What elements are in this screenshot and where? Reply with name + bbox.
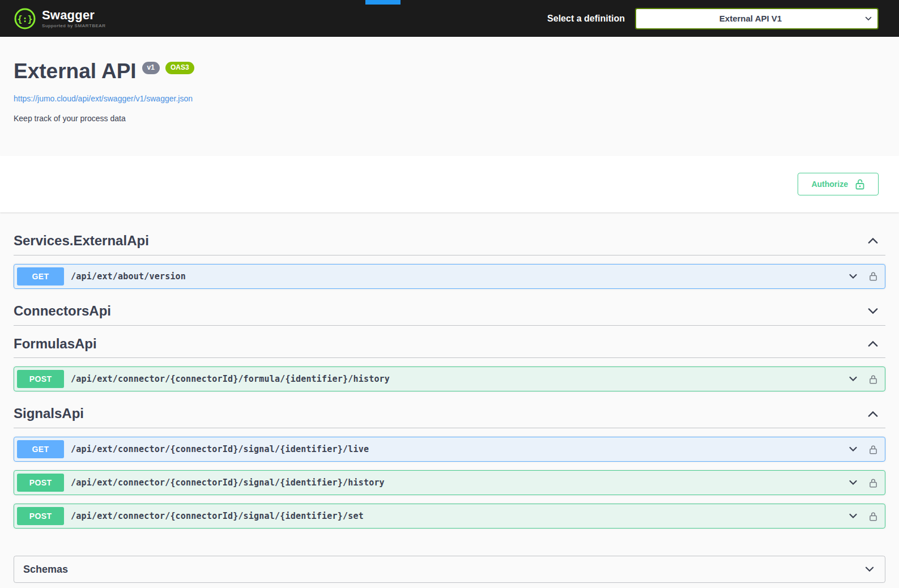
operation-summary[interactable]: POST /api/ext/connector/{connectorId}/fo… — [14, 367, 885, 391]
lock-icon — [869, 512, 877, 521]
operation-summary[interactable]: POST /api/ext/connector/{connectorId}/si… — [14, 471, 885, 495]
definition-selector: Select a definition External API V1 — [547, 8, 879, 29]
section-expand-button[interactable] — [866, 234, 880, 248]
operation-expand-button[interactable] — [847, 477, 859, 488]
lock-icon-button[interactable] — [869, 374, 877, 384]
section-header[interactable]: ConnectorsApi — [14, 297, 885, 326]
operation-summary[interactable]: GET /api/ext/about/version — [14, 265, 885, 288]
schemas-title: Schemas — [23, 564, 68, 576]
lock-icon — [869, 271, 877, 281]
api-section: FormulasApi POST /api/ext/connector/{con… — [14, 330, 885, 392]
operation-path: /api/ext/connector/{connectorId}/formula… — [64, 374, 847, 384]
operation-expand-button[interactable] — [847, 373, 859, 385]
section-expand-button[interactable] — [866, 337, 880, 351]
lock-icon — [869, 478, 877, 488]
method-badge: GET — [17, 267, 64, 286]
spec-url-link[interactable]: https://jumo.cloud/api/ext/swagger/v1/sw… — [14, 94, 193, 103]
lock-icon-button[interactable] — [869, 445, 877, 454]
method-badge: POST — [17, 474, 64, 492]
api-info: External API v1 OAS3 https://jumo.cloud/… — [0, 37, 899, 156]
operations-area: Services.ExternalApi GET /api/ext/about/… — [0, 212, 899, 588]
method-badge: POST — [17, 370, 64, 388]
lock-icon — [869, 445, 877, 454]
chevron-down-icon — [847, 373, 859, 385]
api-section: ConnectorsApi — [14, 297, 885, 326]
section-operations: POST /api/ext/connector/{connectorId}/fo… — [14, 358, 885, 391]
schemas-section: Schemas — [14, 556, 885, 583]
api-description: Keep track of your process data — [14, 114, 885, 123]
svg-text:{:}: {:} — [17, 14, 32, 24]
version-badge: v1 — [142, 62, 160, 74]
section-title: ConnectorsApi — [14, 303, 111, 319]
swagger-logo-icon: {:} — [14, 7, 36, 30]
section-header[interactable]: Services.ExternalApi — [14, 227, 885, 255]
page-title: External API v1 OAS3 — [14, 61, 885, 82]
lock-icon — [869, 374, 877, 384]
authorize-label: Authorize — [811, 179, 848, 189]
section-header[interactable]: FormulasApi — [14, 330, 885, 359]
operation-path: /api/ext/connector/{connectorId}/signal/… — [64, 444, 847, 454]
method-badge: GET — [17, 440, 64, 458]
section-operations: GET /api/ext/about/version — [14, 255, 885, 289]
chevron-up-icon — [866, 234, 880, 248]
chevron-up-icon — [866, 407, 880, 421]
section-expand-button[interactable] — [866, 304, 880, 318]
top-scroll-notch — [365, 0, 400, 5]
lock-icon-button[interactable] — [869, 271, 877, 281]
api-title: External API — [14, 61, 137, 82]
operation-row[interactable]: GET /api/ext/connector/{connectorId}/sig… — [14, 437, 885, 462]
operation-summary[interactable]: GET /api/ext/connector/{connectorId}/sig… — [14, 437, 885, 461]
scheme-container: Authorize — [0, 156, 899, 212]
lock-icon-button[interactable] — [869, 478, 877, 488]
operation-summary[interactable]: POST /api/ext/connector/{connectorId}/si… — [14, 504, 885, 528]
section-title: SignalsApi — [14, 406, 84, 422]
swagger-logo[interactable]: {:} Swagger Supported by SMARTBEAR — [14, 7, 106, 30]
section-title: Services.ExternalApi — [14, 233, 149, 249]
operation-row[interactable]: POST /api/ext/connector/{connectorId}/fo… — [14, 367, 885, 391]
section-expand-button[interactable] — [866, 407, 880, 421]
logo-tagline: Supported by SMARTBEAR — [42, 23, 106, 28]
chevron-down-icon — [847, 444, 859, 455]
definition-select[interactable]: External API V1 — [635, 8, 879, 29]
operation-expand-button[interactable] — [847, 510, 859, 522]
section-operations: GET /api/ext/connector/{connectorId}/sig… — [14, 428, 885, 529]
operation-expand-button[interactable] — [847, 444, 859, 455]
chevron-down-icon — [866, 304, 880, 318]
operation-path: /api/ext/connector/{connectorId}/signal/… — [64, 478, 847, 488]
definition-select-label: Select a definition — [547, 14, 625, 24]
operation-path: /api/ext/about/version — [64, 271, 847, 282]
operation-expand-button[interactable] — [847, 271, 859, 282]
oas-badge: OAS3 — [165, 62, 194, 74]
chevron-down-icon — [847, 477, 859, 488]
chevron-down-icon — [847, 510, 859, 522]
chevron-down-icon[interactable] — [863, 563, 876, 576]
unlock-icon — [855, 178, 865, 190]
topbar: {:} Swagger Supported by SMARTBEAR Selec… — [0, 0, 899, 37]
api-section: Services.ExternalApi GET /api/ext/about/… — [14, 227, 885, 289]
operation-path: /api/ext/connector/{connectorId}/signal/… — [64, 511, 847, 521]
chevron-down-icon — [847, 271, 859, 282]
schemas-header[interactable]: Schemas — [14, 556, 885, 582]
operation-row[interactable]: POST /api/ext/connector/{connectorId}/si… — [14, 504, 885, 529]
logo-text: Swagger — [42, 8, 106, 22]
section-header[interactable]: SignalsApi — [14, 400, 885, 428]
operation-row[interactable]: POST /api/ext/connector/{connectorId}/si… — [14, 470, 885, 495]
lock-icon-button[interactable] — [869, 512, 877, 521]
api-section: SignalsApi GET /api/ext/connector/{conne… — [14, 400, 885, 529]
chevron-up-icon — [866, 337, 880, 351]
method-badge: POST — [17, 507, 64, 525]
operation-row[interactable]: GET /api/ext/about/version — [14, 264, 885, 289]
section-title: FormulasApi — [14, 336, 97, 352]
operations-container: Services.ExternalApi GET /api/ext/about/… — [14, 227, 885, 529]
authorize-button[interactable]: Authorize — [798, 173, 879, 195]
